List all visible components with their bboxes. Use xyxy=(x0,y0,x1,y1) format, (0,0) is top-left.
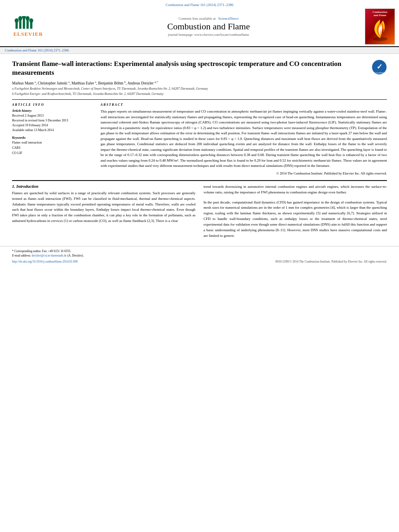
abstract-column: ABSTRACT This paper reports on simultane… xyxy=(101,103,387,175)
email-link[interactable]: dreizler@csi.tu-darmstadt.de xyxy=(32,254,67,257)
available-online-date: Available online 13 March 2014 xyxy=(12,128,93,133)
keyword-2: CARS xyxy=(12,146,93,151)
journal-cover-title: Combustionand Flame xyxy=(372,10,387,17)
article-breadcrumb-bar: Combustion and Flame 161 (2014) 2371–238… xyxy=(0,47,399,54)
abstract-text: This paper reports on simultaneous measu… xyxy=(101,109,387,169)
homepage-link[interactable]: journal homepage: www.elsevier.com/locat… xyxy=(168,33,249,37)
contents-line: Contents lists available at ScienceDirec… xyxy=(52,16,365,21)
affiliation-b: b Fachgebiet Energie- und Kraftwerkstech… xyxy=(12,92,387,96)
intro-heading: 1. Introduction xyxy=(12,184,195,189)
journal-title: Combustion and Flame xyxy=(52,21,365,32)
keywords-label: Keywords: xyxy=(12,136,93,140)
received-date: Received 2 August 2013 xyxy=(12,113,93,118)
article-info-abstract-section: ARTICLE INFO Article history: Received 2… xyxy=(12,103,387,175)
article-body: Transient flame–wall interactions: Exper… xyxy=(0,54,399,243)
footnote-email: E-mail address: dreizler@csi.tu-darmstad… xyxy=(12,253,387,258)
journal-center: Contents lists available at ScienceDirec… xyxy=(52,16,365,37)
affiliation-a: a Fachgebiet Reaktive Strömungen und Mes… xyxy=(12,87,387,91)
journal-homepage: journal homepage: www.elsevier.com/locat… xyxy=(52,33,365,37)
svg-point-5 xyxy=(14,18,19,23)
svg-text:✓: ✓ xyxy=(376,63,383,71)
footer-bottom: http://dx.doi.org/10.1016/j.combustflame… xyxy=(12,260,387,263)
svg-point-8 xyxy=(26,16,30,21)
article-title-section: Transient flame–wall interactions: Exper… xyxy=(12,60,387,77)
volume-info: Combustion and Flame 161 (2014) 2371–238… xyxy=(166,3,234,7)
svg-rect-1 xyxy=(19,19,22,29)
crossmark-badge[interactable]: ✓ CrossMark xyxy=(372,60,387,75)
body-divider xyxy=(12,180,387,181)
authors-line: Markus Mann a, Christopher Jainski a, Ma… xyxy=(12,80,387,85)
abstract-heading: ABSTRACT xyxy=(101,103,387,107)
svg-point-9 xyxy=(29,18,33,23)
received-revised-date: Received in revised form 3 December 2013 xyxy=(12,118,93,123)
body-col-left: 1. Introduction Flames are quenched by s… xyxy=(12,184,195,239)
body-two-col: 1. Introduction Flames are quenched by s… xyxy=(12,184,387,239)
doi-link[interactable]: http://dx.doi.org/10.1016/j.combustflame… xyxy=(12,260,78,263)
elsevier-logo: ELSEVIER xyxy=(4,16,52,37)
article-info-heading: ARTICLE INFO xyxy=(12,103,93,107)
elsevier-tree-icon xyxy=(12,16,44,30)
keyword-1: Flame–wall interaction xyxy=(12,140,93,146)
article-history-label: Article history: xyxy=(12,109,93,113)
article-title: Transient flame–wall interactions: Exper… xyxy=(12,60,372,77)
intro-text-col1: Flames are quenched by solid surfaces in… xyxy=(12,191,195,224)
journal-header: Combustion and Flame 161 (2014) 2371–238… xyxy=(0,0,399,47)
body-col-right: trend towards downsizing in automotive i… xyxy=(204,184,387,239)
sciencedirect-link[interactable]: ScienceDirect xyxy=(218,16,239,21)
journal-cover-image: Combustionand Flame xyxy=(365,8,395,45)
journal-top-bar: Combustion and Flame 161 (2014) 2371–238… xyxy=(4,2,395,7)
article-divider xyxy=(12,99,387,100)
svg-point-7 xyxy=(22,16,26,19)
cover-flame-icon xyxy=(370,19,390,41)
intro-text-col2-para2: In the past decade, computational fluid … xyxy=(204,200,387,239)
footnote-corresponding: * Corresponding author. Fax: +49 6151 16… xyxy=(12,249,387,253)
svg-rect-2 xyxy=(23,17,25,29)
article-breadcrumb[interactable]: Combustion and Flame 161 (2014) 2371–238… xyxy=(5,48,69,52)
elsevier-brand-label: ELSEVIER xyxy=(13,31,43,37)
intro-text-col2: trend towards downsizing in automotive i… xyxy=(204,184,387,195)
svg-rect-3 xyxy=(27,19,29,29)
article-info-column: ARTICLE INFO Article history: Received 2… xyxy=(12,103,93,175)
keyword-3: CO LIF xyxy=(12,151,93,156)
article-footer: * Corresponding author. Fax: +49 6151 16… xyxy=(0,246,399,265)
svg-point-6 xyxy=(19,16,23,21)
copyright-text: © 2014 The Combustion Institute. Publish… xyxy=(101,171,387,175)
accepted-date: Accepted 19 February 2014 xyxy=(12,123,93,128)
footer-issn: 0010-2180/© 2014 The Combustion Institut… xyxy=(276,260,387,263)
footer-doi: http://dx.doi.org/10.1016/j.combustflame… xyxy=(12,260,78,263)
svg-text:CrossMark: CrossMark xyxy=(374,72,385,74)
journal-branding: ELSEVIER Contents lists available at Sci… xyxy=(4,8,395,45)
